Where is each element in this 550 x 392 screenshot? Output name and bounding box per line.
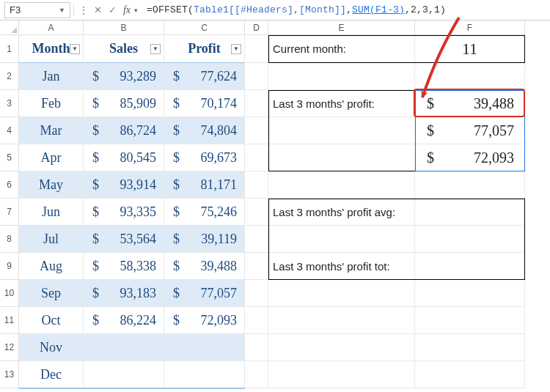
cell[interactable] xyxy=(245,226,268,253)
table-month-cell[interactable]: Jan xyxy=(19,63,84,90)
table-month-cell[interactable]: Nov xyxy=(19,334,84,361)
cell[interactable] xyxy=(268,226,415,253)
cell[interactable] xyxy=(268,63,415,90)
table-header-cell[interactable]: Profit▼ xyxy=(164,35,245,63)
spreadsheet-grid[interactable]: A B C D E F 12345678910111213 Month▼Sale… xyxy=(0,21,550,392)
cell[interactable] xyxy=(245,35,268,63)
fx-icon[interactable]: fx xyxy=(120,4,134,16)
cell[interactable] xyxy=(268,171,415,199)
filter-dropdown-icon[interactable]: ▼ xyxy=(70,44,80,54)
table-sales-cell[interactable] xyxy=(84,361,164,388)
table-sales-cell[interactable]: $53,564 xyxy=(84,226,164,253)
chevron-down-icon[interactable]: ▼ xyxy=(59,7,65,14)
table-profit-cell[interactable]: $72,093 xyxy=(164,307,245,334)
table-month-cell[interactable]: Sep xyxy=(19,280,84,307)
table-profit-cell[interactable] xyxy=(164,361,245,388)
cell[interactable] xyxy=(245,361,268,388)
cell[interactable] xyxy=(245,144,268,171)
current-month-value[interactable]: 11 xyxy=(415,35,525,63)
row-header[interactable]: 13 xyxy=(0,361,19,388)
row-header[interactable]: 11 xyxy=(0,307,19,334)
cell[interactable] xyxy=(268,334,415,361)
column-header[interactable]: B xyxy=(84,21,164,35)
table-sales-cell[interactable]: $85,909 xyxy=(84,90,164,117)
last3-profit-value[interactable]: $72,093 xyxy=(415,144,525,171)
row-header[interactable]: 8 xyxy=(0,226,19,253)
table-profit-cell[interactable]: $77,057 xyxy=(164,280,245,307)
accept-formula-button[interactable]: ✓ xyxy=(105,4,120,15)
table-sales-cell[interactable]: $58,338 xyxy=(84,253,164,280)
last3-profit-value[interactable]: $77,057 xyxy=(415,117,525,144)
table-month-cell[interactable]: Mar xyxy=(19,117,84,144)
last3-profit-value[interactable]: $39,488 xyxy=(415,90,525,117)
cell[interactable] xyxy=(415,226,525,253)
column-header[interactable]: A xyxy=(19,21,84,35)
table-month-cell[interactable]: Dec xyxy=(19,361,84,388)
name-box[interactable]: F3 ▼ xyxy=(4,2,70,18)
chevron-down-icon[interactable]: ▾ xyxy=(134,7,141,14)
table-profit-cell[interactable]: $74,804 xyxy=(164,117,245,144)
cell[interactable] xyxy=(415,199,525,226)
table-profit-cell[interactable]: $77,624 xyxy=(164,63,245,90)
cell[interactable] xyxy=(268,280,415,307)
table-month-cell[interactable]: Apr xyxy=(19,144,84,171)
row-header[interactable]: 4 xyxy=(0,117,19,144)
row-header[interactable]: 1 xyxy=(0,35,19,63)
filter-dropdown-icon[interactable]: ▼ xyxy=(231,44,241,54)
column-header[interactable]: D xyxy=(245,21,268,35)
cell[interactable] xyxy=(268,307,415,334)
cancel-formula-button[interactable]: ✕ xyxy=(90,4,105,15)
table-sales-cell[interactable]: $80,545 xyxy=(84,144,164,171)
cell[interactable] xyxy=(245,307,268,334)
table-header-cell[interactable]: Sales▼ xyxy=(84,35,164,63)
cell[interactable] xyxy=(268,361,415,388)
table-month-cell[interactable]: Jul xyxy=(19,226,84,253)
cell[interactable] xyxy=(415,307,525,334)
table-profit-cell[interactable]: $75,246 xyxy=(164,199,245,226)
select-all-corner[interactable] xyxy=(0,21,19,35)
cell[interactable] xyxy=(245,117,268,144)
row-header[interactable]: 3 xyxy=(0,90,19,117)
cell[interactable] xyxy=(245,280,268,307)
row-header[interactable]: 7 xyxy=(0,199,19,226)
cell[interactable] xyxy=(415,280,525,307)
cell[interactable] xyxy=(415,171,525,199)
cell[interactable] xyxy=(245,63,268,90)
row-header[interactable]: 2 xyxy=(0,63,19,90)
table-profit-cell[interactable]: $39,488 xyxy=(164,253,245,280)
table-sales-cell[interactable]: $86,224 xyxy=(84,307,164,334)
table-profit-cell[interactable]: $81,171 xyxy=(164,171,245,199)
table-month-cell[interactable]: Oct xyxy=(19,307,84,334)
column-header[interactable]: E xyxy=(268,21,415,35)
table-profit-cell[interactable]: $70,174 xyxy=(164,90,245,117)
row-header[interactable]: 12 xyxy=(0,334,19,361)
table-month-cell[interactable]: Jun xyxy=(19,199,84,226)
cell[interactable] xyxy=(268,117,415,144)
row-header[interactable]: 10 xyxy=(0,280,19,307)
table-month-cell[interactable]: Aug xyxy=(19,253,84,280)
formula-input[interactable]: =OFFSET(Table1[[#Headers],[Month]],SUM(F… xyxy=(141,4,550,15)
table-profit-cell[interactable]: $39,119 xyxy=(164,226,245,253)
cell[interactable] xyxy=(245,171,268,199)
table-month-cell[interactable]: May xyxy=(19,171,84,199)
cell[interactable] xyxy=(415,253,525,280)
cell[interactable] xyxy=(245,90,268,117)
table-sales-cell[interactable]: $86,724 xyxy=(84,117,164,144)
cell[interactable] xyxy=(245,334,268,361)
cell[interactable] xyxy=(268,144,415,171)
table-sales-cell[interactable] xyxy=(84,334,164,361)
table-month-cell[interactable]: Feb xyxy=(19,90,84,117)
table-sales-cell[interactable]: $93,289 xyxy=(84,63,164,90)
cell[interactable] xyxy=(415,361,525,388)
row-header[interactable]: 9 xyxy=(0,253,19,280)
column-header[interactable]: F xyxy=(415,21,525,35)
table-sales-cell[interactable]: $93,183 xyxy=(84,280,164,307)
table-profit-cell[interactable] xyxy=(164,334,245,361)
cell[interactable] xyxy=(415,334,525,361)
row-header[interactable]: 6 xyxy=(0,171,19,199)
table-profit-cell[interactable]: $69,673 xyxy=(164,144,245,171)
cell[interactable] xyxy=(245,199,268,226)
row-header[interactable]: 5 xyxy=(0,144,19,171)
filter-dropdown-icon[interactable]: ▼ xyxy=(150,44,161,54)
cell[interactable] xyxy=(415,63,525,90)
